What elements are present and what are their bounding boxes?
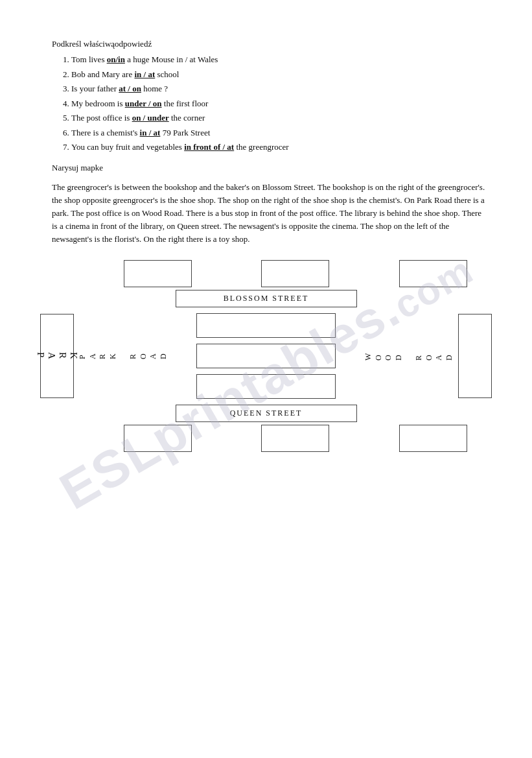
list-item: My bedroom is under / on the first floor — [71, 97, 487, 110]
item2-text: Bob and Mary are in / at school — [71, 69, 179, 79]
section2-title: Narysuj mapke — [52, 163, 487, 173]
map-top-box-1 — [124, 260, 192, 287]
map-center-section: BLOSSOM STREET QUEEN STREET — [176, 290, 357, 422]
section1-title: Podkreśl właściwąodpowiedź — [52, 39, 487, 49]
map-top-box-2 — [261, 260, 329, 287]
list-item: You can buy fruit and vegetables in fron… — [71, 141, 487, 154]
description-paragraph: The greengrocer's is between the booksho… — [52, 181, 487, 246]
map-bottom-box-3 — [399, 425, 467, 452]
map-area: PARK PARKROAD BLOSSOM STREET QUEEN STREE… — [45, 260, 487, 452]
exercise-list: Tom lives on/in a huge Mouse in / at Wal… — [52, 53, 487, 154]
map-top-box-3 — [399, 260, 467, 287]
inner-box-2 — [196, 344, 336, 368]
list-item: The post office is on / under the corner — [71, 112, 487, 124]
map-middle-row: PARK PARKROAD BLOSSOM STREET QUEEN STREE… — [40, 290, 492, 422]
list-item: Bob and Mary are in / at school — [71, 68, 487, 81]
map-bottom-row — [124, 425, 467, 452]
map-bottom-box-1 — [124, 425, 192, 452]
map-right-section: WOODROAD — [360, 304, 492, 408]
list-item: Tom lives on/in a huge Mouse in / at Wal… — [71, 53, 487, 66]
map-inner-boxes — [196, 307, 336, 405]
wood-box — [458, 314, 492, 398]
queen-street-label: QUEEN STREET — [176, 405, 357, 422]
item1-text: Tom lives on/in a huge Mouse in / at Wal… — [71, 54, 218, 64]
blossom-street-label: BLOSSOM STREET — [176, 290, 357, 307]
item5-text: The post office is on / under the corner — [71, 113, 205, 123]
park-box: PARK — [40, 314, 74, 398]
wood-road-label: WOODROAD — [360, 304, 458, 408]
park-road-label: PARKROAD — [74, 304, 172, 408]
inner-box-1 — [196, 313, 336, 338]
list-item: There is a chemist's in / at 79 Park Str… — [71, 126, 487, 139]
item4-text: My bedroom is under / on the first floor — [71, 99, 208, 108]
inner-box-3 — [196, 374, 336, 399]
map-left-section: PARK PARKROAD — [40, 304, 172, 408]
list-item: Is your father at / on home ? — [71, 82, 487, 95]
map-top-row — [124, 260, 467, 287]
item7-text: You can buy fruit and vegetables in fron… — [71, 142, 289, 152]
map-bottom-box-2 — [261, 425, 329, 452]
item6-text: There is a chemist's in / at 79 Park Str… — [71, 128, 210, 137]
item3-text: Is your father at / on home ? — [71, 84, 168, 93]
